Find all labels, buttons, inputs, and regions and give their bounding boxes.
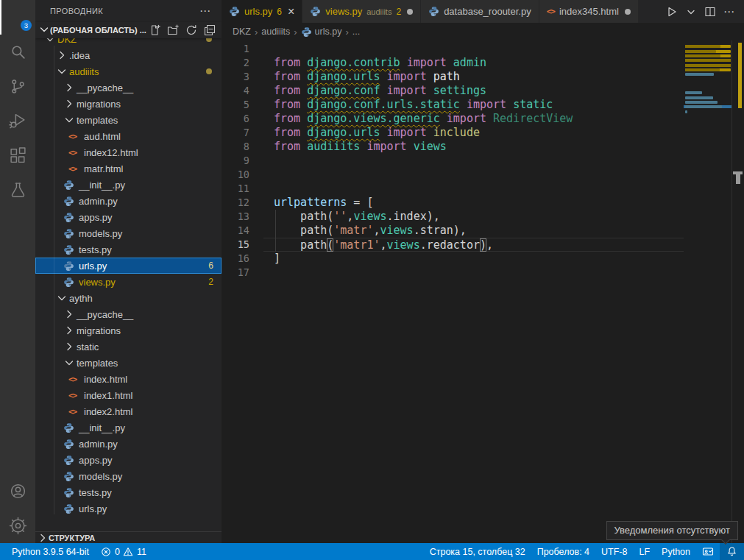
collapse-all-button[interactable] — [204, 24, 216, 36]
line-number[interactable]: 14 — [222, 224, 263, 238]
code-line-3[interactable]: 3from django.urls import path — [222, 70, 684, 84]
line-number[interactable]: 7 — [222, 126, 263, 140]
feedback-status[interactable] — [696, 543, 720, 560]
code-line-8[interactable]: 8from audiiits import views — [222, 140, 684, 154]
encoding-status[interactable]: UTF-8 — [595, 543, 633, 560]
tree-item-index2-html[interactable]: <>index2.html — [35, 403, 222, 419]
activity-search-button[interactable] — [0, 35, 35, 69]
code-line-9[interactable]: 9 — [222, 154, 684, 168]
tree-item-index1-html[interactable]: <>index1.html — [35, 387, 222, 403]
explorer-more-actions-button[interactable]: ⋯ — [199, 4, 211, 18]
code-editor[interactable]: 12from django.contrib import admin3from … — [222, 40, 684, 280]
breadcrumb-item-[interactable]: ... — [352, 26, 360, 37]
tree-item-urls-py[interactable]: urls.py — [35, 500, 222, 514]
tree-item-dkz[interactable]: DKZ — [35, 38, 222, 47]
line-number[interactable]: 16 — [222, 252, 263, 266]
outline-section-header[interactable]: СТРУКТУРА — [35, 531, 222, 543]
tree-item-index12-html[interactable]: <>index12.html — [35, 144, 222, 160]
tree-item-models-py[interactable]: models.py — [35, 225, 222, 241]
run-dropdown-button[interactable] — [685, 6, 697, 18]
code-line-2[interactable]: 2from django.contrib import admin — [222, 56, 684, 70]
line-number[interactable]: 1 — [222, 42, 263, 56]
tree-item-migrations[interactable]: migrations — [35, 322, 222, 339]
tree-item-index-html[interactable]: <>index.html — [35, 371, 222, 387]
tree-item-templates[interactable]: templates — [35, 355, 222, 371]
minimap[interactable] — [684, 40, 732, 543]
tree-item-aythh[interactable]: aythh — [35, 290, 222, 306]
line-number[interactable]: 2 — [222, 56, 263, 70]
editor-scrollbar[interactable] — [732, 0, 744, 543]
line-number[interactable]: 12 — [222, 196, 263, 210]
code-line-4[interactable]: 4from django.conf import settings — [222, 84, 684, 98]
line-number[interactable]: 4 — [222, 84, 263, 98]
activity-accounts-button[interactable] — [0, 474, 35, 508]
tree-item-views-py[interactable]: views.py2 — [35, 274, 222, 290]
tree-item-aud-html[interactable]: <>aud.html — [35, 128, 222, 144]
tree-item-models-py[interactable]: models.py — [35, 468, 222, 484]
line-number[interactable]: 15 — [222, 238, 263, 252]
tree-item-matr-html[interactable]: <>matr.html — [35, 160, 222, 177]
line-number[interactable]: 5 — [222, 98, 263, 112]
line-number[interactable]: 3 — [222, 70, 263, 84]
code-line-1[interactable]: 1 — [222, 42, 684, 56]
workspace-section-header[interactable]: (РАБОЧАЯ ОБЛАСТЬ) ... — [35, 22, 222, 38]
code-line-14[interactable]: 14 path('matr',views.stran), — [222, 224, 684, 238]
split-editor-button[interactable] — [704, 6, 716, 18]
eol-status[interactable]: LF — [633, 543, 656, 560]
code-line-16[interactable]: 16] — [222, 252, 684, 266]
tree-item-migrations[interactable]: migrations — [35, 96, 222, 112]
indentation-status[interactable]: Пробелов: 4 — [531, 543, 595, 560]
tree-item-init-py[interactable]: __init__.py — [35, 177, 222, 193]
code-line-7[interactable]: 7from django.urls import include — [222, 126, 684, 140]
line-number[interactable]: 9 — [222, 154, 263, 168]
tree-item-static[interactable]: static — [35, 339, 222, 355]
problems-status[interactable]: 011 — [95, 543, 152, 560]
tab-views-py[interactable]: views.pyaudiiits2 — [302, 0, 421, 23]
line-number[interactable]: 10 — [222, 168, 263, 182]
new-folder-button[interactable] — [167, 24, 179, 36]
activity-extensions-button[interactable] — [0, 138, 35, 173]
tab-index345-html[interactable]: <>index345.html — [539, 0, 639, 23]
line-number[interactable]: 13 — [222, 210, 263, 224]
tree-item-apps-py[interactable]: apps.py — [35, 452, 222, 468]
code-line-5[interactable]: 5from django.conf.urls.static import sta… — [222, 98, 684, 112]
activity-source-control-button[interactable] — [0, 69, 35, 104]
notifications-bell-button[interactable] — [720, 543, 744, 560]
tree-item-pycache[interactable]: __pycache__ — [35, 79, 222, 96]
tree-item-admin-py[interactable]: admin.py — [35, 193, 222, 209]
code-line-17[interactable]: 17 — [222, 266, 684, 280]
refresh-button[interactable] — [185, 24, 197, 36]
tree-item-tests-py[interactable]: tests.py — [35, 241, 222, 258]
activity-testing-button[interactable] — [0, 173, 35, 208]
tree-item-pycache[interactable]: __pycache__ — [35, 306, 222, 322]
activity-manage-button[interactable] — [0, 508, 35, 543]
code-line-13[interactable]: 13 path('',views.index), — [222, 210, 684, 224]
code-line-12[interactable]: 12urlpatterns = [ — [222, 196, 684, 210]
language-mode-status[interactable]: Python — [656, 543, 696, 560]
tree-item-admin-py[interactable]: admin.py — [35, 436, 222, 452]
tree-item-init-py[interactable]: __init__.py — [35, 419, 222, 436]
breadcrumb-item-audiiits[interactable]: audiiits — [261, 26, 290, 37]
code-line-15[interactable]: 15 path('matr1',views.redactor), — [222, 238, 684, 252]
breadcrumb-item-dkz[interactable]: DKZ — [233, 26, 251, 37]
line-number[interactable]: 8 — [222, 140, 263, 154]
tree-item-urls-py[interactable]: urls.py6 — [35, 258, 222, 274]
tree-item-audiiits[interactable]: audiiits — [35, 63, 222, 79]
code-line-10[interactable]: 10 — [222, 168, 684, 182]
tree-item-templates[interactable]: templates — [35, 112, 222, 128]
python-version-status[interactable]: Python 3.9.5 64-bit — [6, 543, 95, 560]
cursor-position-status[interactable]: Строка 15, столбец 32 — [424, 543, 531, 560]
new-file-button[interactable] — [149, 24, 160, 36]
code-line-11[interactable]: 11 — [222, 182, 684, 196]
tree-item-apps-py[interactable]: apps.py — [35, 209, 222, 225]
tree-item-tests-py[interactable]: tests.py — [35, 484, 222, 500]
activity-explorer-button[interactable]: 3 — [0, 0, 35, 35]
breadcrumb-item-urls-py[interactable]: urls.py — [301, 26, 342, 38]
tab-urls-py[interactable]: urls.py6× — [222, 0, 302, 23]
tree-item-idea[interactable]: .idea — [35, 47, 222, 63]
close-icon[interactable]: × — [288, 6, 294, 18]
line-number[interactable]: 11 — [222, 182, 263, 196]
line-number[interactable]: 6 — [222, 112, 263, 126]
line-number[interactable]: 17 — [222, 266, 263, 280]
activity-run-and-debug-button[interactable] — [0, 104, 35, 138]
